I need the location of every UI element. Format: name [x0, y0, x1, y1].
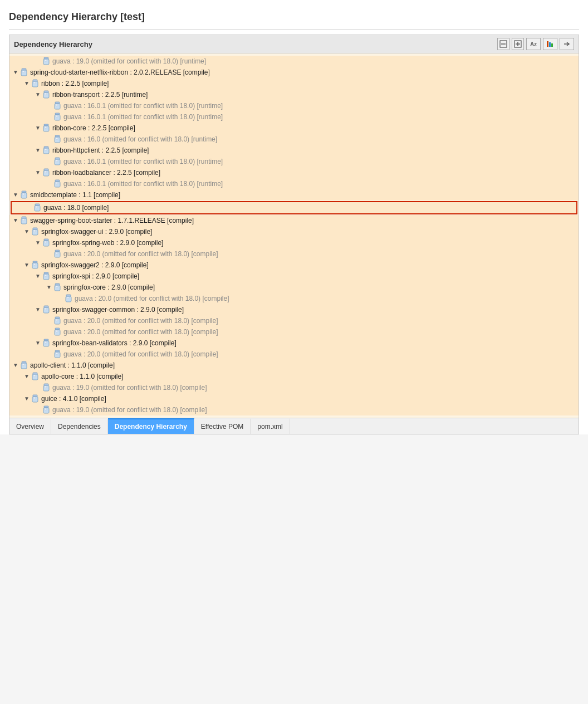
tree-row[interactable]: ▼ springfox-swagger-common : 2.9.0 [comp… — [9, 304, 579, 315]
jar-icon — [31, 261, 40, 270]
svg-rect-53 — [22, 219, 24, 221]
tab-bar: OverviewDependenciesDependency Hierarchy… — [9, 418, 579, 434]
tree-toggle[interactable]: ▼ — [34, 169, 42, 177]
tree-toggle[interactable]: ▼ — [23, 80, 31, 87]
tree-toggle[interactable]: ▼ — [12, 191, 19, 199]
jar-icon — [53, 101, 62, 110]
tree-row[interactable]: ▼ ribbon-loadbalancer : 2.2.5 [compile] — [9, 167, 579, 178]
tree-row[interactable]: guava : 20.0 (omitted for conflict with … — [9, 349, 579, 360]
tree-toggle[interactable]: ▼ — [23, 228, 31, 236]
tree-row[interactable]: guava : 16.0.1 (omitted for conflict wit… — [9, 111, 579, 123]
navigate-button[interactable] — [560, 38, 574, 50]
panel-header-title: Dependency Hierarchy — [14, 40, 92, 48]
tree-row[interactable]: guava : 20.0 (omitted for conflict with … — [9, 248, 579, 260]
tree-toggle[interactable]: ▼ — [34, 339, 42, 347]
tree-row[interactable]: guava : 18.0 [compile] — [11, 201, 577, 214]
tree-label: guava : 16.0.1 (omitted for conflict wit… — [63, 102, 223, 110]
tree-row[interactable]: ▼ springfox-bean-validators : 2.9.0 [com… — [9, 338, 579, 349]
sort-custom-button[interactable] — [543, 38, 557, 50]
tree-toggle[interactable]: ▼ — [34, 272, 42, 280]
svg-rect-29 — [45, 126, 47, 128]
tree-row[interactable]: ▼ smidbctemplate : 1.1 [compile] — [9, 189, 579, 201]
tree-toggle[interactable]: ▼ — [34, 306, 42, 314]
tree-row[interactable]: ▼ spring-cloud-starter-netflix-ribbon : … — [9, 67, 579, 78]
tree-label: guava : 16.0.1 (omitted for conflict wit… — [63, 158, 223, 165]
jar-icon — [64, 294, 73, 303]
tree-label: guava : 20.0 (omitted for conflict with … — [63, 250, 218, 258]
tree-toggle[interactable]: ▼ — [23, 373, 31, 380]
tree-row[interactable]: guava : 19.0 (omitted for conflict with … — [9, 56, 579, 67]
tree-label: smidbctemplate : 1.1 [compile] — [30, 191, 120, 199]
svg-rect-74 — [67, 297, 69, 299]
svg-rect-27 — [44, 124, 48, 126]
tree-row[interactable]: guava : 16.0.1 (omitted for conflict wit… — [9, 178, 579, 189]
tab-item-dependencies[interactable]: Dependencies — [51, 418, 108, 434]
tab-item-pom.xml[interactable]: pom.xml — [251, 418, 290, 434]
tree-row[interactable]: ▼ guice : 4.1.0 [compile] — [9, 393, 579, 404]
panel-header: Dependency Hierarchy Az — [9, 35, 579, 53]
tab-item-dependency-hierarchy[interactable]: Dependency Hierarchy — [108, 418, 194, 434]
collapse-all-button[interactable] — [497, 38, 509, 50]
tree-toggle[interactable]: ▼ — [34, 239, 42, 247]
tab-item-overview[interactable]: Overview — [9, 418, 51, 434]
svg-rect-12 — [22, 69, 26, 70]
expand-all-button[interactable] — [512, 38, 524, 50]
tree-label: ribbon-core : 2.2.5 [compile] — [52, 124, 135, 132]
tree-row[interactable]: ▼ ribbon : 2.2.5 [compile] — [9, 78, 579, 89]
tree-row[interactable]: ▼ springfox-swagger2 : 2.9.0 [compile] — [9, 260, 579, 271]
svg-rect-62 — [56, 252, 58, 254]
tree-label: guava : 16.0.1 (omitted for conflict wit… — [63, 113, 223, 121]
tree-row[interactable]: guava : 20.0 (omitted for conflict with … — [9, 315, 579, 326]
tree-row[interactable]: ▼ ribbon-core : 2.2.5 [compile] — [9, 123, 579, 134]
tree-row[interactable]: guava : 16.0.1 (omitted for conflict wit… — [9, 156, 579, 167]
jar-icon — [53, 327, 62, 336]
tree-toggle[interactable]: ▼ — [12, 361, 19, 369]
page-title: Dependency Hierarchy [test] — [9, 6, 579, 30]
svg-rect-84 — [44, 339, 48, 341]
tree-row[interactable]: ▼ springfox-spi : 2.9.0 [compile] — [9, 271, 579, 282]
jar-icon — [42, 405, 51, 414]
tree-toggle[interactable]: ▼ — [23, 261, 31, 269]
tree-row[interactable]: ▼ springfox-swagger-ui : 2.9.0 [compile] — [9, 226, 579, 237]
tree-row[interactable]: ▼ ribbon-httpclient : 2.2.5 [compile] — [9, 145, 579, 156]
tree-label: ribbon-httpclient : 2.2.5 [compile] — [52, 146, 149, 154]
svg-rect-102 — [44, 406, 48, 408]
tree-label: guava : 20.0 (omitted for conflict with … — [63, 317, 218, 325]
tree-label: spring-cloud-starter-netflix-ribbon : 2.… — [30, 69, 210, 76]
svg-rect-69 — [55, 283, 60, 285]
tree-toggle[interactable]: ▼ — [34, 146, 42, 154]
tree-row[interactable]: guava : 16.0 (omitted for conflict with … — [9, 134, 579, 145]
tree-row[interactable]: ▼ swagger-spring-boot-starter : 1.7.1.RE… — [9, 215, 579, 226]
svg-rect-59 — [45, 241, 47, 243]
tree-label: springfox-swagger2 : 2.9.0 [compile] — [41, 261, 149, 269]
tree-row[interactable]: ▼ ribbon-transport : 2.2.5 [runtime] — [9, 89, 579, 100]
tree-toggle[interactable]: ▼ — [34, 124, 42, 132]
jar-icon — [19, 190, 28, 199]
svg-rect-101 — [33, 397, 36, 399]
tree-toggle[interactable]: ▼ — [34, 91, 42, 99]
tree-label: guava : 19.0 (omitted for conflict with … — [52, 57, 206, 65]
tree-toggle[interactable]: ▼ — [45, 283, 53, 291]
svg-rect-56 — [33, 230, 36, 232]
tab-item-effective-pom[interactable]: Effective POM — [194, 418, 251, 434]
jar-icon — [42, 272, 51, 281]
tree-row[interactable]: ▼ springfox-spring-web : 2.9.0 [compile] — [9, 237, 579, 248]
tree-label: guava : 16.0.1 (omitted for conflict wit… — [63, 180, 223, 188]
tree-toggle[interactable]: ▼ — [23, 395, 31, 403]
svg-rect-65 — [33, 263, 36, 265]
tree-toggle[interactable]: ▼ — [12, 217, 19, 224]
sort-az-button[interactable]: Az — [526, 38, 541, 50]
tree-toggle[interactable]: ▼ — [12, 69, 19, 76]
tree-row[interactable]: ▼ apollo-core : 1.1.0 [compile] — [9, 371, 579, 382]
svg-rect-96 — [44, 384, 48, 385]
tree-label: guava : 20.0 (omitted for conflict with … — [75, 295, 229, 302]
tree-row[interactable]: guava : 20.0 (omitted for conflict with … — [9, 293, 579, 304]
tree-row[interactable]: guava : 20.0 (omitted for conflict with … — [9, 326, 579, 338]
jar-icon — [31, 372, 40, 381]
svg-rect-71 — [56, 286, 58, 287]
tree-row[interactable]: ▼ springfox-core : 2.9.0 [compile] — [9, 282, 579, 293]
tree-row[interactable]: guava : 19.0 (omitted for conflict with … — [9, 404, 579, 415]
tree-row[interactable]: guava : 19.0 (omitted for conflict with … — [9, 382, 579, 393]
tree-row[interactable]: ▼ apollo-client : 1.1.0 [compile] — [9, 360, 579, 371]
tree-row[interactable]: guava : 16.0.1 (omitted for conflict wit… — [9, 100, 579, 111]
